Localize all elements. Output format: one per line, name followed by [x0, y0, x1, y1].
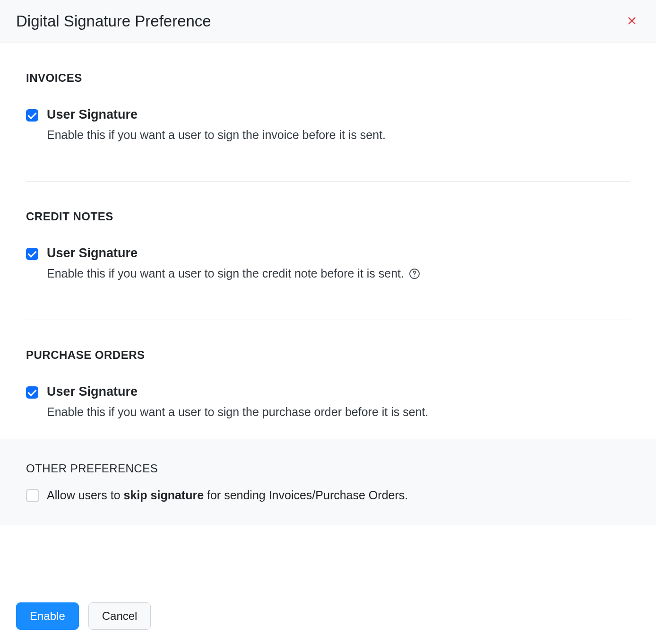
digital-signature-dialog: Digital Signature Preference INVOICES Us…: [0, 0, 656, 644]
enable-button[interactable]: Enable: [16, 602, 79, 630]
credit-notes-checkbox-content: User Signature Enable this if you want a…: [47, 246, 630, 282]
skip-signature-label-after: for sending Invoices/Purchase Orders.: [204, 488, 408, 502]
invoices-user-signature-checkbox[interactable]: [26, 109, 38, 122]
purchase-orders-checkbox-content: User Signature Enable this if you want a…: [47, 384, 630, 420]
credit-notes-signature-desc-text: Enable this if you want a user to sign t…: [47, 265, 404, 282]
purchase-orders-signature-row: User Signature Enable this if you want a…: [26, 384, 630, 420]
invoices-signature-row: User Signature Enable this if you want a…: [26, 107, 630, 143]
credit-notes-signature-label[interactable]: User Signature: [47, 246, 630, 261]
purchase-orders-user-signature-checkbox[interactable]: [26, 386, 38, 399]
skip-signature-label-bold: skip signature: [124, 488, 204, 502]
invoices-checkbox-content: User Signature Enable this if you want a…: [47, 107, 630, 143]
skip-signature-label[interactable]: Allow users to skip signature for sendin…: [47, 488, 408, 502]
other-preferences-heading: OTHER PREFERENCES: [26, 462, 630, 475]
purchase-orders-signature-label[interactable]: User Signature: [47, 384, 630, 399]
section-purchase-orders: PURCHASE ORDERS User Signature Enable th…: [0, 320, 656, 439]
section-other-preferences: OTHER PREFERENCES Allow users to skip si…: [0, 439, 656, 525]
purchase-orders-signature-desc: Enable this if you want a user to sign t…: [47, 404, 630, 420]
invoices-signature-desc: Enable this if you want a user to sign t…: [47, 127, 630, 143]
dialog-header: Digital Signature Preference: [0, 0, 656, 43]
help-icon[interactable]: [409, 268, 420, 279]
skip-signature-checkbox[interactable]: [26, 489, 39, 502]
invoices-signature-desc-text: Enable this if you want a user to sign t…: [47, 127, 386, 143]
section-heading-purchase-orders: PURCHASE ORDERS: [26, 348, 630, 362]
purchase-orders-signature-desc-text: Enable this if you want a user to sign t…: [47, 404, 428, 420]
skip-signature-row: Allow users to skip signature for sendin…: [26, 488, 630, 502]
dialog-footer: Enable Cancel: [0, 588, 656, 644]
section-heading-credit-notes: CREDIT NOTES: [26, 210, 630, 223]
section-invoices: INVOICES User Signature Enable this if y…: [0, 43, 656, 162]
credit-notes-signature-row: User Signature Enable this if you want a…: [26, 246, 630, 282]
section-credit-notes: CREDIT NOTES User Signature Enable this …: [0, 182, 656, 301]
svg-point-3: [414, 276, 415, 277]
dialog-title: Digital Signature Preference: [16, 12, 211, 30]
invoices-signature-label[interactable]: User Signature: [47, 107, 630, 122]
skip-signature-label-before: Allow users to: [47, 488, 124, 502]
credit-notes-signature-desc: Enable this if you want a user to sign t…: [47, 265, 630, 282]
close-button[interactable]: [624, 13, 640, 30]
credit-notes-user-signature-checkbox[interactable]: [26, 248, 38, 260]
section-heading-invoices: INVOICES: [26, 71, 630, 85]
cancel-button[interactable]: Cancel: [88, 602, 151, 630]
close-icon: [627, 16, 637, 27]
dialog-content: INVOICES User Signature Enable this if y…: [0, 43, 656, 588]
